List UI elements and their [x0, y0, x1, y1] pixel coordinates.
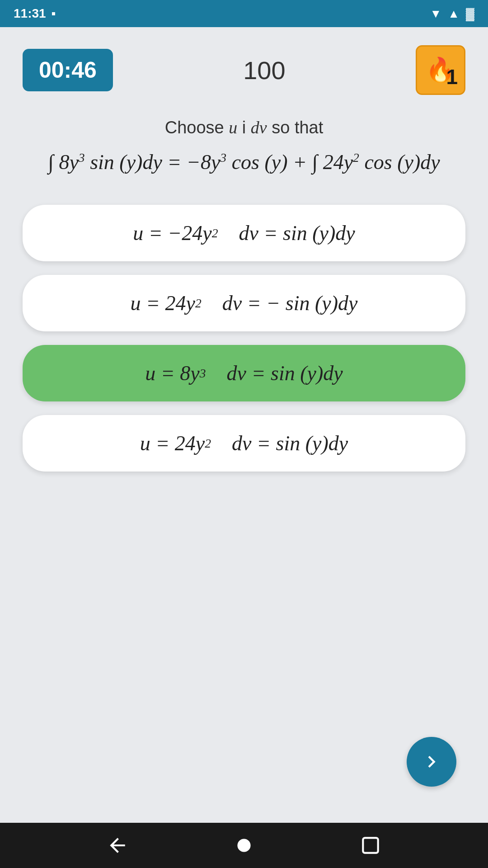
top-bar: 00:46 100 🔥 1 — [23, 45, 465, 95]
nav-bar — [0, 823, 488, 868]
main-content: 00:46 100 🔥 1 Choose u i dv so that ∫ 8y… — [0, 27, 488, 823]
arrow-right-icon — [420, 750, 443, 774]
battery-icon: ▓ — [466, 7, 474, 21]
score-display: 100 — [243, 56, 285, 85]
home-nav-button[interactable] — [230, 832, 258, 859]
svg-point-0 — [237, 839, 250, 852]
equation-display: ∫ 8y3 sin (y)dy = −8y3 cos (y) + ∫ 24y2 … — [23, 146, 465, 178]
next-button-container — [23, 737, 465, 805]
answer-option-b[interactable]: u = 24y2 dv = − sin (y)dy — [23, 275, 465, 331]
answer-option-d[interactable]: u = 24y2 dv = sin (y)dy — [23, 415, 465, 472]
time-display: 11:31 — [14, 6, 46, 21]
timer-display: 00:46 — [23, 49, 113, 91]
answer-option-a[interactable]: u = −24y2 dv = sin (y)dy — [23, 205, 465, 261]
svg-rect-1 — [363, 838, 378, 853]
status-right: ▼ ▲ ▓ — [430, 7, 474, 21]
sim-icon: ▪ — [52, 6, 56, 21]
signal-icon: ▲ — [448, 7, 460, 21]
status-bar: 11:31 ▪ ▼ ▲ ▓ — [0, 0, 488, 27]
answer-option-c[interactable]: u = 8y3 dv = sin (y)dy — [23, 345, 465, 401]
answer-choices: u = −24y2 dv = sin (y)dy u = 24y2 dv = −… — [23, 205, 465, 472]
streak-number: 1 — [446, 65, 458, 89]
back-nav-button[interactable] — [104, 832, 131, 859]
status-left: 11:31 ▪ — [14, 6, 56, 21]
question-instruction: Choose u i dv so that — [23, 118, 465, 137]
next-button[interactable] — [407, 737, 456, 787]
recents-nav-button[interactable] — [357, 832, 384, 859]
streak-box: 🔥 1 — [416, 45, 465, 95]
wifi-icon: ▼ — [430, 7, 442, 21]
